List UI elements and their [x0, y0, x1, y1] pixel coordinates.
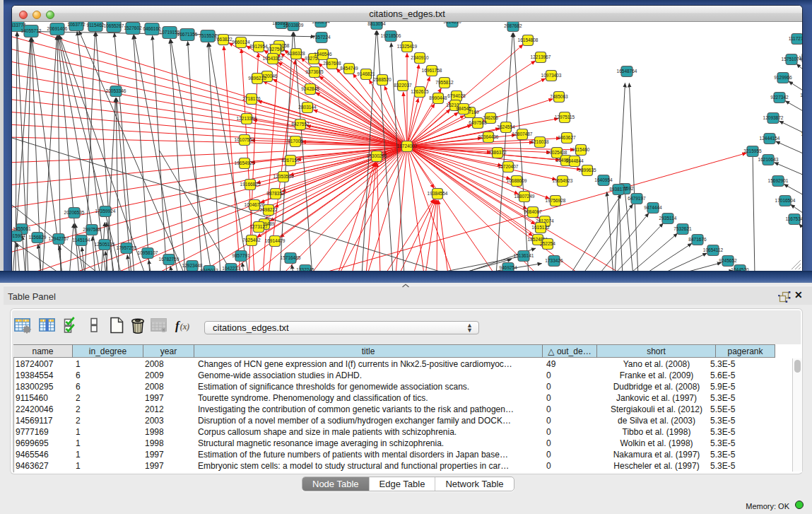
svg-text:1615132: 1615132 — [531, 225, 550, 230]
svg-text:746266: 746266 — [483, 115, 498, 120]
svg-text:20206535: 20206535 — [64, 210, 85, 215]
svg-text:984545: 984545 — [456, 106, 471, 111]
svg-text:9463627: 9463627 — [558, 135, 576, 140]
svg-text:16154808: 16154808 — [518, 37, 539, 42]
svg-text:16548764: 16548764 — [617, 69, 637, 74]
svg-text:2803144: 2803144 — [298, 105, 317, 110]
svg-text:10654112: 10654112 — [703, 247, 724, 252]
svg-text:10025438: 10025438 — [547, 150, 567, 155]
svg-text:9474444: 9474444 — [644, 205, 662, 210]
svg-text:1277424: 1277424 — [799, 55, 802, 60]
svg-text:9129966: 9129966 — [774, 75, 792, 80]
svg-text:8454749: 8454749 — [340, 66, 358, 71]
svg-text:2340910: 2340910 — [411, 55, 429, 60]
svg-text:12505135: 12505135 — [95, 242, 115, 247]
svg-text:8186328: 8186328 — [287, 51, 305, 56]
svg-text:12353594: 12353594 — [273, 174, 294, 179]
svg-text:9896210: 9896210 — [248, 76, 266, 81]
svg-text:3215955: 3215955 — [743, 148, 762, 153]
svg-text:9660124: 9660124 — [232, 40, 250, 45]
svg-text:2935114: 2935114 — [659, 216, 677, 221]
svg-text:9227342: 9227342 — [770, 95, 789, 100]
svg-text:19384554: 19384554 — [428, 191, 448, 196]
svg-text:917006: 917006 — [288, 139, 303, 144]
svg-text:9084067: 9084067 — [524, 209, 542, 214]
svg-text:8267150: 8267150 — [281, 158, 300, 163]
svg-text:15692901: 15692901 — [768, 178, 789, 183]
svg-text:9344844: 9344844 — [565, 158, 584, 163]
svg-text:3915904: 3915904 — [12, 233, 25, 238]
svg-text:17957255: 17957255 — [117, 245, 137, 250]
svg-text:8912954: 8912954 — [249, 44, 268, 49]
svg-text:1167534: 1167534 — [786, 216, 802, 221]
svg-text:9245652: 9245652 — [719, 258, 737, 263]
svg-text:1733426: 1733426 — [545, 258, 563, 263]
svg-text:9469254: 9469254 — [499, 265, 517, 270]
svg-text:12213369: 12213369 — [237, 116, 257, 121]
svg-text:17359924: 17359924 — [95, 209, 116, 214]
svg-text:7485063: 7485063 — [550, 94, 568, 99]
svg-text:10543362: 10543362 — [263, 56, 283, 61]
svg-text:8813054: 8813054 — [367, 22, 386, 26]
svg-text:20053346: 20053346 — [106, 88, 126, 93]
svg-text:12444154: 12444154 — [760, 136, 780, 141]
svg-text:19654925: 19654925 — [235, 160, 255, 165]
svg-text:(x): (x) — [180, 322, 190, 332]
svg-text:2718176: 2718176 — [242, 96, 261, 101]
svg-text:9327503: 9327503 — [266, 47, 285, 52]
svg-text:15720407: 15720407 — [498, 164, 519, 169]
svg-text:1262615: 1262615 — [411, 89, 429, 94]
svg-text:6497568: 6497568 — [469, 120, 487, 125]
svg-text:252254: 252254 — [540, 241, 555, 246]
svg-text:15300295: 15300295 — [367, 153, 387, 158]
svg-text:10688609: 10688609 — [507, 178, 527, 183]
svg-text:7532621: 7532621 — [673, 226, 692, 231]
svg-text:20691406: 20691406 — [47, 26, 68, 31]
svg-text:1063772: 1063772 — [67, 22, 86, 27]
svg-text:12975115: 12975115 — [555, 115, 575, 119]
svg-text:7386372: 7386372 — [488, 150, 507, 155]
svg-text:9857791: 9857791 — [232, 253, 250, 258]
svg-text:2087682: 2087682 — [504, 23, 522, 28]
svg-text:8322037: 8322037 — [394, 83, 412, 88]
svg-text:8878352: 8878352 — [266, 191, 285, 196]
svg-text:16033809: 16033809 — [283, 23, 304, 28]
svg-text:19166825: 19166825 — [240, 182, 261, 187]
svg-text:6466160: 6466160 — [143, 26, 161, 31]
svg-text:15716485: 15716485 — [281, 255, 301, 260]
svg-text:9146821: 9146821 — [357, 71, 375, 76]
svg-text:8990448: 8990448 — [429, 95, 447, 100]
svg-text:1273127: 1273127 — [249, 224, 268, 229]
svg-text:6216038: 6216038 — [531, 139, 549, 144]
svg-text:6794028: 6794028 — [447, 93, 466, 98]
svg-text:1145390: 1145390 — [801, 132, 802, 136]
svg-text:12923448: 12923448 — [182, 263, 203, 268]
svg-text:1145194: 1145194 — [73, 238, 90, 243]
svg-text:10655267: 10655267 — [104, 23, 124, 28]
svg-text:1156829: 1156829 — [29, 235, 47, 240]
svg-text:10958107: 10958107 — [138, 250, 158, 255]
svg-text:8471676: 8471676 — [688, 237, 707, 242]
svg-text:7955812: 7955812 — [435, 80, 454, 85]
svg-text:9242848: 9242848 — [301, 86, 319, 91]
svg-text:8938177: 8938177 — [609, 187, 628, 192]
svg-text:10807487: 10807487 — [512, 132, 533, 136]
svg-text:10046726: 10046726 — [245, 202, 265, 207]
svg-text:16671355: 16671355 — [177, 32, 198, 37]
svg-text:9115460: 9115460 — [572, 147, 590, 152]
svg-text:9373685: 9373685 — [305, 69, 324, 74]
svg-text:12093872: 12093872 — [763, 115, 784, 120]
svg-text:12942757: 12942757 — [49, 236, 69, 241]
svg-text:19756928: 19756928 — [546, 198, 566, 203]
svg-text:1035294: 1035294 — [312, 22, 330, 24]
svg-text:7625402: 7625402 — [242, 238, 261, 243]
svg-text:1346546: 1346546 — [314, 52, 332, 57]
svg-text:20364436: 20364436 — [478, 134, 499, 139]
svg-text:1640954: 1640954 — [594, 177, 613, 182]
svg-text:7663822: 7663822 — [214, 37, 233, 42]
svg-text:16210643: 16210643 — [758, 157, 779, 162]
svg-text:17016504: 17016504 — [775, 198, 796, 203]
svg-text:11325419: 11325419 — [397, 44, 418, 49]
svg-text:3624554: 3624554 — [497, 124, 515, 129]
svg-text:18724007: 18724007 — [397, 144, 418, 148]
